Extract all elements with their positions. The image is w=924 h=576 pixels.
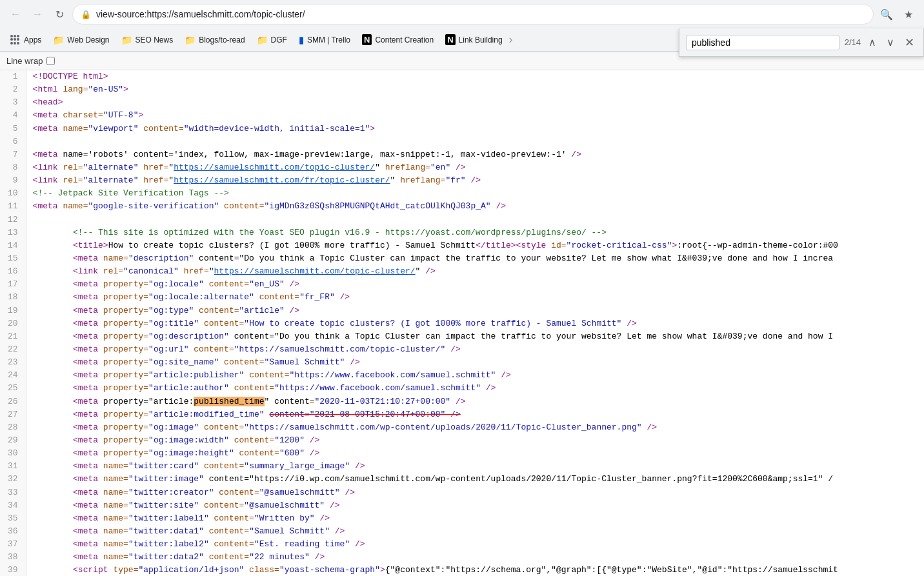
line-number: 30 [5,447,21,460]
line-number: 1 [5,70,21,83]
bookmark-label: SEO News [136,35,174,45]
find-next-button[interactable]: ∨ [884,35,897,50]
line-number: 11 [5,200,21,213]
source-line: <meta property="og:locale" content="en_U… [33,278,918,291]
bookmark-content-creation[interactable]: N Content Creation [357,32,439,48]
source-line: <link rel="alternate" href="https://samu… [33,174,918,187]
bookmark-label: Blogs/to-read [199,35,245,45]
notion-icon: N [362,34,372,45]
source-line: <meta property="og:type" content="articl… [33,304,918,317]
source-line: <meta name='robots' content='index, foll… [33,148,918,161]
source-line: <meta property="og:title" content="How t… [33,317,918,330]
bookmark-smm[interactable]: ▮ SMM | Trello [294,32,356,48]
line-number: 7 [5,148,21,161]
find-close-button[interactable]: ✕ [902,34,917,51]
line-number: 32 [5,473,21,486]
source-line: <meta name="google-site-verification" co… [33,200,918,213]
line-number: 18 [5,291,21,304]
apps-icon [10,35,21,45]
source-line: <meta property="og:image:height" content… [33,447,918,460]
line-number: 38 [5,551,21,564]
source-line: <meta property="og:image:width" content=… [33,434,918,447]
line-number: 24 [5,369,21,382]
line-number: 23 [5,356,21,369]
address-text: view-source:https://samuelschmitt.com/to… [96,9,305,19]
bookmark-apps[interactable]: Apps [5,32,46,48]
source-line: <meta property="og:image" content="https… [33,421,918,434]
line-number: 17 [5,278,21,291]
source-line: <meta name="twitter:data2" content="22 m… [33,551,918,564]
line-number: 33 [5,486,21,499]
source-line: <meta name="twitter:card" content="summa… [33,460,918,473]
bookmark-seo-news[interactable]: 📁 SEO News [116,32,179,48]
source-line: <link rel="canonical" href="https://samu… [33,265,918,278]
line-number: 35 [5,512,21,525]
source-line: <meta charset="UTF-8"> [33,109,918,122]
source-line: <meta name="twitter:image" content="http… [33,473,918,486]
source-line: <meta name="description" content="Do you… [33,252,918,265]
bookmark-label: Link Building [459,35,503,45]
bookmark-apps-label: Apps [24,35,41,45]
source-line: <head> [33,96,918,109]
more-bookmarks-chevron[interactable]: › [509,33,513,46]
line-number: 20 [5,317,21,330]
line-number: 26 [5,395,21,408]
lock-icon: 🔒 [81,10,91,19]
line-number: 28 [5,421,21,434]
source-line: <meta name="twitter:label1" content="Wri… [33,512,918,525]
folder-icon: 📁 [185,35,196,45]
line-number: 37 [5,538,21,551]
line-wrap-checkbox[interactable] [46,57,55,65]
line-number: 39 [5,564,21,576]
source-line: <meta property="article:published_time" … [33,395,918,408]
line-number: 12 [5,214,21,226]
source-line: <!-- Jetpack Site Verification Tags --> [33,187,918,200]
bookmark-label: DGF [271,35,287,45]
line-number: 34 [5,499,21,512]
source-lines: <!DOCTYPE html><html lang="en-US"><head>… [26,70,924,576]
source-line: <meta name="twitter:label2" content="Est… [33,538,918,551]
line-wrap-label: Line wrap [6,56,43,66]
search-icon-btn[interactable]: 🔍 [878,5,896,23]
source-line: <meta property="og:locale:alternate" con… [33,291,918,304]
source-line: <!DOCTYPE html> [33,70,918,83]
nav-bar: ← → ↻ 🔒 view-source:https://samuelschmit… [0,0,924,28]
line-number: 29 [5,434,21,447]
folder-icon: 📁 [53,35,64,45]
line-number: 5 [5,123,21,135]
bookmark-dgf[interactable]: 📁 DGF [252,32,292,48]
source-line: <meta property="article:modified_time" c… [33,408,918,421]
trello-icon: ▮ [299,35,304,45]
strikethrough-value: content="2021-08-09T15:20:47+00:00" /> [269,410,460,419]
published-highlight: published_time [194,397,264,406]
source-line: <meta property="og:description" content=… [33,330,918,343]
bookmark-star-button[interactable]: ★ [899,5,918,23]
notion-icon-2: N [445,34,455,45]
line-number: 21 [5,330,21,343]
line-number: 27 [5,408,21,421]
reload-button[interactable]: ↻ [50,5,68,23]
line-number: 31 [5,460,21,473]
bookmark-label: Content Creation [375,35,434,45]
line-number: 9 [5,174,21,187]
forward-button[interactable]: → [28,5,46,23]
line-number: 10 [5,187,21,200]
line-number: 14 [5,239,21,252]
source-line: <meta property="article:publisher" conte… [33,369,918,382]
find-prev-button[interactable]: ∧ [866,35,879,50]
bookmark-blogs[interactable]: 📁 Blogs/to-read [179,32,250,48]
source-line: <meta name="twitter:site" content="@samu… [33,499,918,512]
line-number: 16 [5,265,21,278]
source-line [33,214,918,226]
bookmark-link-building[interactable]: N Link Building [440,32,507,48]
bookmark-web-design[interactable]: 📁 Web Design [48,32,114,48]
bookmark-label: SMM | Trello [307,35,350,45]
back-button[interactable]: ← [6,5,25,23]
address-bar[interactable]: 🔒 view-source:https://samuelschmitt.com/… [72,4,874,25]
source-line: <meta property="og:url" content="https:/… [33,343,918,356]
line-number: 15 [5,252,21,265]
source-line [33,135,918,148]
find-box: 2/14 ∧ ∨ ✕ [679,28,924,57]
line-number: 22 [5,343,21,356]
find-input[interactable] [686,35,839,50]
